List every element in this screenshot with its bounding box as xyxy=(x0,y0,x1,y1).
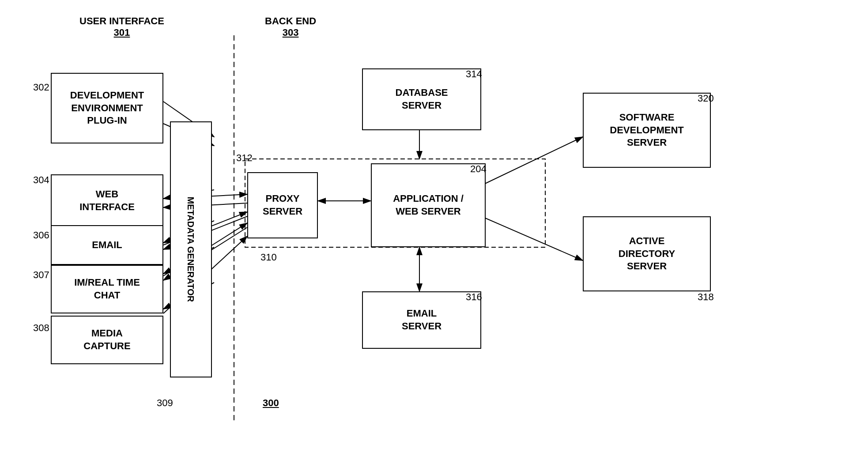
software-dev-server-box: SOFTWAREDEVELOPMENTSERVER xyxy=(583,93,711,168)
svg-line-20 xyxy=(481,137,583,185)
ref-302: 302 xyxy=(33,82,49,93)
metadata-generator-box: METADATA GENERATOR xyxy=(170,121,212,377)
ref-310: 310 xyxy=(260,252,277,263)
ref-308: 308 xyxy=(33,322,49,334)
im-chat-box: IM/REAL TIMECHAT xyxy=(51,265,163,313)
active-directory-box: ACTIVEDIRECTORYSERVER xyxy=(583,216,711,291)
back-end-label: BACK END 303 xyxy=(265,15,316,38)
ref-309: 309 xyxy=(157,397,173,409)
ref-307: 307 xyxy=(33,269,49,281)
media-capture-box: MEDIACAPTURE xyxy=(51,316,163,364)
app-web-server-box: APPLICATION /WEB SERVER xyxy=(371,163,486,247)
web-interface-box: WEBINTERFACE xyxy=(51,174,163,227)
email-box: EMAIL xyxy=(51,225,163,265)
proxy-server-box: PROXYSERVER xyxy=(247,172,318,238)
diagram-number: 300 xyxy=(263,397,279,409)
ref-320: 320 xyxy=(698,93,714,104)
ref-314: 314 xyxy=(466,68,482,80)
ref-306: 306 xyxy=(33,230,49,241)
user-interface-label: USER INTERFACE 301 xyxy=(79,15,164,38)
ref-304: 304 xyxy=(33,174,49,186)
dev-env-box: DEVELOPMENTENVIRONMENTPLUG-IN xyxy=(51,73,163,143)
database-server-box: DATABASESERVER xyxy=(362,68,481,130)
ref-312: 312 xyxy=(236,152,253,164)
email-server-box: EMAILSERVER xyxy=(362,291,481,349)
ref-318: 318 xyxy=(698,291,714,303)
ref-204: 204 xyxy=(470,163,487,175)
svg-line-21 xyxy=(481,216,583,260)
ref-316: 316 xyxy=(466,291,482,303)
diagram: USER INTERFACE 301 BACK END 303 302 DEVE… xyxy=(0,0,868,464)
